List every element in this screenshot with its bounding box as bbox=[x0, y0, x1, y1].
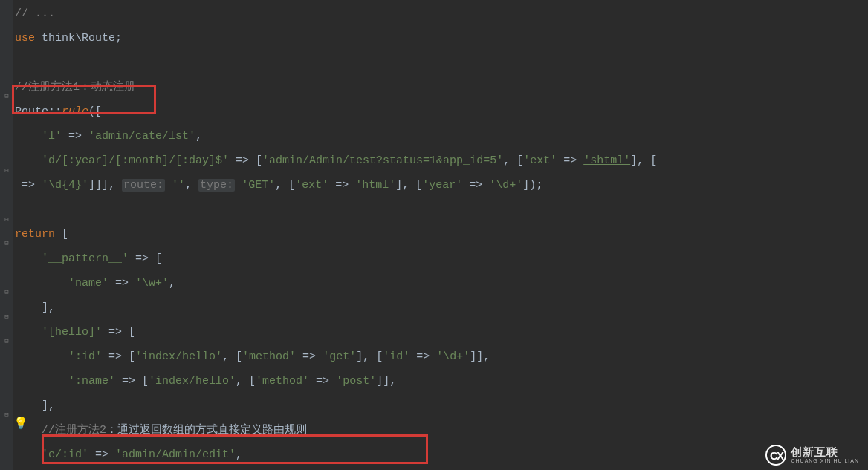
code-line: //注册方法1：动态注册 bbox=[15, 75, 868, 99]
code-line: Route::rule([ bbox=[15, 99, 868, 124]
code-editor[interactable]: // ... use think\Route; //注册方法1：动态注册 Rou… bbox=[0, 0, 868, 467]
code-line bbox=[15, 50, 868, 75]
code-line: use think\Route; bbox=[15, 26, 868, 50]
code-line: 'l' => 'admin/cate/lst', bbox=[15, 124, 868, 148]
code-line: return [ bbox=[15, 222, 868, 247]
code-line: ], bbox=[15, 296, 868, 320]
code-line: 'name' => '\w+', bbox=[15, 271, 868, 296]
code-line: '[hello]' => [ bbox=[15, 320, 868, 345]
code-line: ], bbox=[15, 394, 868, 418]
code-line: ':name' => ['index/hello', ['method' => … bbox=[15, 369, 868, 394]
watermark-logo: CX 创新互联 CHUANG XIN HU LIAN bbox=[765, 445, 859, 466]
code-line: //注册方法2：通过返回数组的方式直接定义路由规则 bbox=[15, 418, 868, 443]
logo-mark: CX bbox=[765, 445, 786, 466]
logo-text-en: CHUANG XIN HU LIAN bbox=[791, 458, 859, 464]
code-line: 'd/[:year]/[:month]/[:day]$' => ['admin/… bbox=[15, 148, 868, 173]
code-line bbox=[15, 198, 868, 222]
logo-text-cn: 创新互联 bbox=[791, 446, 859, 459]
code-line: // ... bbox=[15, 1, 868, 26]
code-line: '__pattern__' => [ bbox=[15, 247, 868, 271]
code-line: => '\d{4}']]], route: '', type: 'GET', [… bbox=[15, 173, 868, 198]
code-line: 'e/:id' => 'admin/Admin/edit', bbox=[15, 443, 868, 467]
code-line: ':id' => ['index/hello', ['method' => 'g… bbox=[15, 345, 868, 369]
